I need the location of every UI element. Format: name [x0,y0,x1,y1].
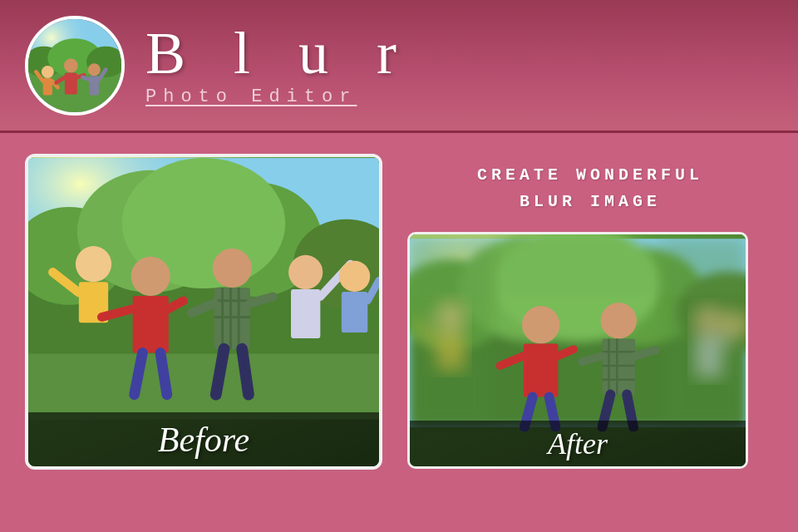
svg-point-47 [288,255,323,289]
app-header: B l u r Photo Editor [0,0,798,133]
svg-point-50 [339,261,370,292]
tagline-line1: CREATE WONDERFUL [477,162,703,189]
svg-line-16 [82,77,89,80]
svg-line-35 [160,353,167,395]
svg-rect-11 [65,72,77,94]
svg-point-74 [601,303,637,338]
app-logo [25,16,125,116]
svg-point-27 [76,246,111,282]
app-subtitle: Photo Editor [145,86,413,107]
main-content: Before CREATE WONDERFUL BLUR IMAGE [0,133,798,532]
svg-line-45 [216,349,224,395]
svg-rect-69 [524,343,558,397]
svg-point-6 [42,66,54,78]
svg-point-10 [64,58,78,72]
tagline: CREATE WONDERFUL BLUR IMAGE [477,162,703,215]
svg-line-46 [242,349,249,395]
svg-line-44 [250,297,273,303]
svg-point-68 [522,306,559,343]
tagline-line2: BLUR IMAGE [477,189,703,215]
svg-point-14 [88,63,101,76]
after-label: After [410,421,746,466]
svg-rect-51 [342,292,367,332]
svg-line-81 [582,356,603,362]
svg-line-82 [635,350,656,356]
svg-rect-31 [133,296,169,353]
before-image-container: Before [25,154,382,470]
svg-rect-87 [410,239,746,296]
svg-rect-48 [291,289,320,338]
svg-rect-26 [28,354,379,420]
svg-point-30 [131,257,170,296]
title-area: B l u r Photo Editor [145,23,413,107]
after-image-container: After [407,232,748,469]
right-side: CREATE WONDERFUL BLUR IMAGE [407,154,773,469]
svg-point-36 [213,249,252,288]
app-title: B l u r [145,23,413,83]
before-label: Before [28,412,379,466]
